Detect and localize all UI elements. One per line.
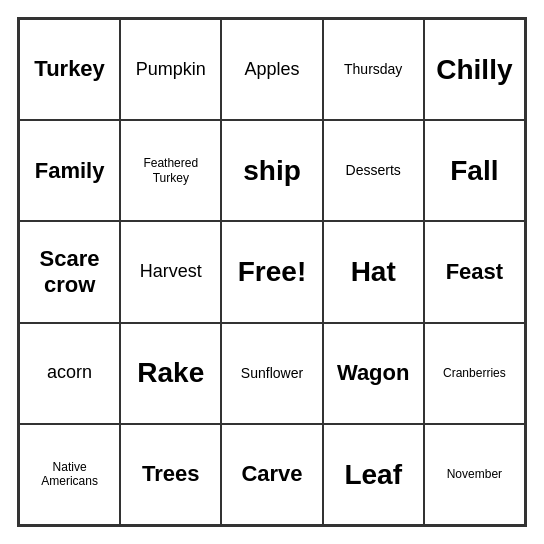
cell-text-20: Native Americans [24, 460, 115, 489]
cell-text-10: Scare crow [24, 246, 115, 299]
bingo-cell-10: Scare crow [19, 221, 120, 322]
bingo-cell-19: Cranberries [424, 323, 525, 424]
bingo-cell-7: ship [221, 120, 322, 221]
bingo-cell-9: Fall [424, 120, 525, 221]
cell-text-0: Turkey [34, 56, 105, 82]
cell-text-9: Fall [450, 154, 498, 188]
cell-text-17: Sunflower [241, 365, 303, 382]
bingo-cell-2: Apples [221, 19, 322, 120]
bingo-cell-23: Leaf [323, 424, 424, 525]
bingo-cell-21: Trees [120, 424, 221, 525]
cell-text-11: Harvest [140, 261, 202, 283]
cell-text-19: Cranberries [443, 366, 506, 380]
cell-text-24: November [447, 467, 502, 481]
bingo-cell-1: Pumpkin [120, 19, 221, 120]
cell-text-23: Leaf [344, 458, 402, 492]
cell-text-21: Trees [142, 461, 200, 487]
cell-text-16: Rake [137, 356, 204, 390]
bingo-cell-12: Free! [221, 221, 322, 322]
bingo-cell-15: acorn [19, 323, 120, 424]
cell-text-15: acorn [47, 362, 92, 384]
bingo-cell-20: Native Americans [19, 424, 120, 525]
bingo-cell-22: Carve [221, 424, 322, 525]
cell-text-4: Chilly [436, 53, 512, 87]
bingo-cell-24: November [424, 424, 525, 525]
bingo-cell-0: Turkey [19, 19, 120, 120]
bingo-cell-11: Harvest [120, 221, 221, 322]
bingo-cell-17: Sunflower [221, 323, 322, 424]
bingo-cell-3: Thursday [323, 19, 424, 120]
bingo-cell-18: Wagon [323, 323, 424, 424]
bingo-grid: TurkeyPumpkinApplesThursdayChillyFamilyF… [17, 17, 527, 527]
bingo-cell-14: Feast [424, 221, 525, 322]
cell-text-2: Apples [244, 59, 299, 81]
bingo-cell-4: Chilly [424, 19, 525, 120]
cell-text-6: Feathered Turkey [125, 156, 216, 185]
cell-text-22: Carve [241, 461, 302, 487]
cell-text-7: ship [243, 154, 301, 188]
cell-text-1: Pumpkin [136, 59, 206, 81]
cell-text-13: Hat [351, 255, 396, 289]
bingo-cell-13: Hat [323, 221, 424, 322]
cell-text-8: Desserts [346, 162, 401, 179]
cell-text-3: Thursday [344, 61, 402, 78]
bingo-cell-5: Family [19, 120, 120, 221]
cell-text-12: Free! [238, 255, 306, 289]
cell-text-5: Family [35, 158, 105, 184]
cell-text-18: Wagon [337, 360, 410, 386]
bingo-cell-16: Rake [120, 323, 221, 424]
bingo-cell-6: Feathered Turkey [120, 120, 221, 221]
bingo-cell-8: Desserts [323, 120, 424, 221]
cell-text-14: Feast [446, 259, 503, 285]
